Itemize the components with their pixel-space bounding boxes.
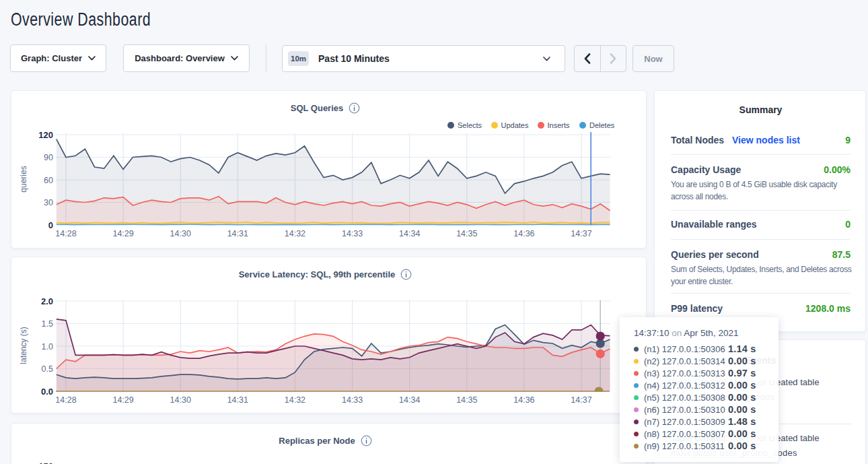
svg-text:120: 120: [38, 130, 53, 140]
svg-text:14:28: 14:28: [55, 229, 76, 238]
svg-text:2.0: 2.0: [41, 296, 53, 306]
svg-text:14:29: 14:29: [112, 395, 133, 405]
svg-text:0: 0: [48, 220, 53, 230]
svg-text:30: 30: [44, 198, 53, 207]
svg-text:14:36: 14:36: [513, 395, 534, 405]
svg-text:14:35: 14:35: [456, 229, 477, 238]
svg-text:150: 150: [38, 461, 53, 464]
svg-text:1.0: 1.0: [42, 342, 53, 352]
svg-text:latency (s): latency (s): [19, 327, 28, 364]
svg-text:queries: queries: [19, 166, 28, 192]
svg-text:14:32: 14:32: [285, 229, 305, 238]
svg-text:60: 60: [44, 176, 53, 185]
svg-text:14:37: 14:37: [571, 395, 591, 405]
svg-text:1.5: 1.5: [42, 319, 53, 329]
svg-text:14:34: 14:34: [399, 395, 420, 405]
svg-text:0.0: 0.0: [41, 387, 53, 397]
svg-text:14:31: 14:31: [227, 395, 248, 405]
svg-text:14:31: 14:31: [227, 229, 248, 238]
svg-text:14:35: 14:35: [456, 395, 477, 405]
svg-text:14:30: 14:30: [170, 229, 191, 238]
svg-text:14:28: 14:28: [55, 395, 76, 405]
svg-text:14:32: 14:32: [285, 395, 305, 405]
svg-text:14:34: 14:34: [399, 229, 420, 238]
svg-text:14:37: 14:37: [571, 229, 591, 238]
svg-text:90: 90: [44, 153, 53, 162]
svg-text:14:33: 14:33: [342, 395, 363, 405]
svg-text:14:30: 14:30: [170, 395, 191, 405]
svg-text:14:33: 14:33: [342, 229, 363, 238]
svg-text:0.5: 0.5: [42, 364, 53, 374]
svg-text:14:29: 14:29: [112, 229, 133, 238]
svg-text:14:36: 14:36: [513, 229, 534, 238]
